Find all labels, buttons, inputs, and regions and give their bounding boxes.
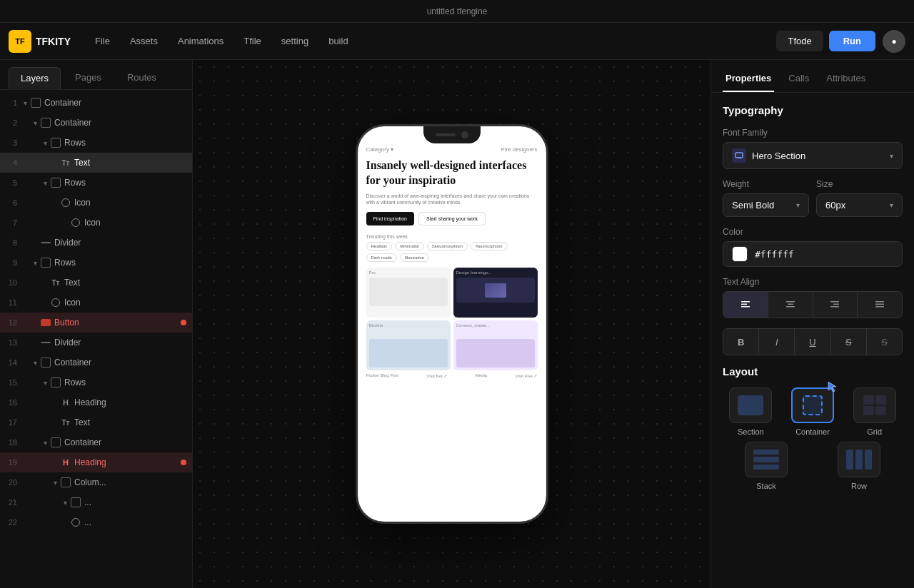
phone-btn-secondary: Start sharing your work [418, 212, 486, 225]
format-strikethrough2-button[interactable]: S [867, 329, 902, 355]
align-center-button[interactable] [768, 292, 813, 318]
size-select[interactable]: 60px ▾ [816, 193, 903, 217]
layer-row-16[interactable]: 16 ▾ H Heading [0, 392, 192, 412]
svg-rect-12 [875, 301, 884, 303]
chevron-icon: ▾ [30, 118, 40, 128]
tab-routes[interactable]: Routes [116, 67, 168, 89]
layer-row-5[interactable]: 5 ▾ Rows [0, 173, 192, 193]
tag-6: Illustrative [400, 253, 429, 262]
layout-row-item[interactable]: Row [815, 442, 903, 490]
layer-row-11[interactable]: 11 ▾ Icon [0, 293, 192, 313]
svg-rect-0 [735, 153, 743, 158]
layer-row-8[interactable]: 8 ▾ Divider [0, 233, 192, 253]
chevron-down-icon: ▾ [890, 152, 893, 160]
layer-row-2[interactable]: 2 ▾ Container [0, 113, 192, 133]
format-bold-button[interactable]: B [723, 329, 759, 355]
font-family-select[interactable]: Hero Section ▾ [723, 142, 903, 169]
svg-rect-2 [741, 301, 750, 303]
canvas-area: Category ▾ Fire designers Insanely well-… [193, 60, 710, 588]
phone-card-4: Connect, create... [453, 320, 538, 370]
phone-card-3: Decline [366, 320, 451, 370]
align-left-button[interactable] [723, 292, 768, 318]
nav-build[interactable]: build [318, 31, 358, 51]
phone-nav: Category ▾ Fire designers [366, 146, 538, 153]
layer-row-13[interactable]: 13 ▾ Divider [0, 333, 192, 353]
format-buttons: B I U S S [723, 328, 903, 355]
layer-row-18[interactable]: 18 ▾ Container [0, 432, 192, 452]
tag-1: Realistic [366, 242, 393, 250]
phone-hero-text: Insanely well-designed interfaces for yo… [366, 158, 538, 188]
top-nav: TF TFKITY File Assets Animations Tfile s… [0, 23, 914, 60]
font-family-prop: Font Family Hero Section ▾ [723, 128, 903, 169]
layer-row-10[interactable]: 10 ▾ Tт Text [0, 273, 192, 293]
layer-row-7[interactable]: 7 ▾ Icon [0, 213, 192, 233]
format-strikethrough-button[interactable]: S [831, 329, 867, 355]
layer-row-9[interactable]: 9 ▾ Rows [0, 253, 192, 273]
chevron-icon: ▾ [30, 258, 40, 268]
weight-value: Semi Bold [732, 200, 790, 211]
run-button[interactable]: Run [829, 31, 875, 51]
align-right-button[interactable] [813, 292, 858, 318]
layer-row-15[interactable]: 15 ▾ Rows [0, 372, 192, 392]
size-value: 60px [825, 200, 884, 211]
tab-calls[interactable]: Calls [785, 69, 812, 92]
layer-row-14[interactable]: 14 ▾ Container [0, 353, 192, 372]
format-italic-button[interactable]: I [759, 329, 795, 355]
panel-tabs: Layers Pages Routes [0, 60, 192, 90]
layout-section-item[interactable]: Section [723, 387, 779, 436]
weight-label: Weight [723, 179, 809, 189]
layer-row-21[interactable]: 21 ▾ ... [0, 492, 192, 512]
nav-animations[interactable]: Animations [168, 31, 233, 51]
tfode-button[interactable]: Tfode [776, 31, 823, 51]
svg-rect-6 [786, 301, 795, 303]
tab-pages[interactable]: Pages [64, 67, 113, 89]
layer-row-22[interactable]: 22 ▾ ... [0, 512, 192, 532]
layer-row-20[interactable]: 20 ▾ Colum... [0, 472, 192, 492]
phone-wrapper: Category ▾ Fire designers Insanely well-… [356, 124, 548, 524]
weight-select[interactable]: Semi Bold ▾ [723, 193, 809, 217]
layer-row-3[interactable]: 3 ▾ Rows [0, 133, 192, 153]
phone-grid: Pro Design learnings... Decline [366, 268, 538, 370]
layer-row-4[interactable]: 4 ▾ Tт Text [0, 153, 192, 173]
phone-frame: Category ▾ Fire designers Insanely well-… [356, 124, 548, 524]
layer-list: 1 ▾ Container 2 ▾ Container 3 ▾ Rows [0, 90, 192, 588]
layer-row-17[interactable]: 17 ▾ Tт Text [0, 412, 192, 432]
layer-row-12[interactable]: 12 ▾ Button [0, 313, 192, 333]
layout-row2: Stack Row [723, 442, 903, 490]
layout-grid-item[interactable]: Grid [846, 387, 903, 436]
svg-rect-14 [875, 306, 884, 308]
tag-5: Dark mode [366, 253, 397, 262]
stack-layout-icon [745, 442, 788, 477]
color-value: #ffffff [755, 249, 794, 260]
layout-stack-item[interactable]: Stack [723, 442, 810, 490]
tab-layers[interactable]: Layers [9, 67, 61, 89]
font-family-label: Font Family [723, 128, 903, 138]
nav-tfile[interactable]: Tfile [233, 31, 271, 51]
weight-prop: Weight Semi Bold ▾ [723, 179, 809, 217]
weight-size-props: Weight Semi Bold ▾ Size 60px ▾ [723, 179, 903, 217]
svg-rect-7 [788, 304, 793, 305]
chevron-icon: ▾ [40, 178, 50, 188]
tab-properties[interactable]: Properties [723, 69, 774, 92]
layer-row-19[interactable]: 19 ▾ H Heading [0, 452, 192, 472]
tags: Realistic Minimalist Skeuomorphism Neumo… [366, 242, 538, 262]
container-layout-label: Container [795, 427, 830, 436]
align-justify-button[interactable] [858, 292, 902, 318]
layout-section: Layout Section [723, 365, 903, 490]
layout-container-item[interactable]: Container [785, 387, 841, 436]
phone-card-2: Design learnings... [453, 268, 538, 318]
nav-file[interactable]: File [85, 31, 120, 51]
layer-row-6[interactable]: 6 ▾ Icon [0, 193, 192, 213]
nav-setting[interactable]: setting [271, 31, 318, 51]
phone-sub-text: Discover a world of awe-inspiring interf… [366, 193, 538, 207]
format-underline-button[interactable]: U [795, 329, 830, 355]
avatar[interactable]: ● [883, 30, 905, 53]
svg-rect-11 [830, 306, 839, 308]
color-input[interactable]: #ffffff [723, 241, 903, 267]
layout-title: Layout [723, 365, 903, 377]
phone-screen: Category ▾ Fire designers Insanely well-… [358, 126, 546, 522]
tab-attributes[interactable]: Attributes [823, 69, 868, 92]
layer-row-1[interactable]: 1 ▾ Container [0, 93, 192, 113]
chevron-down-icon: ▾ [890, 201, 893, 209]
nav-assets[interactable]: Assets [120, 31, 168, 51]
